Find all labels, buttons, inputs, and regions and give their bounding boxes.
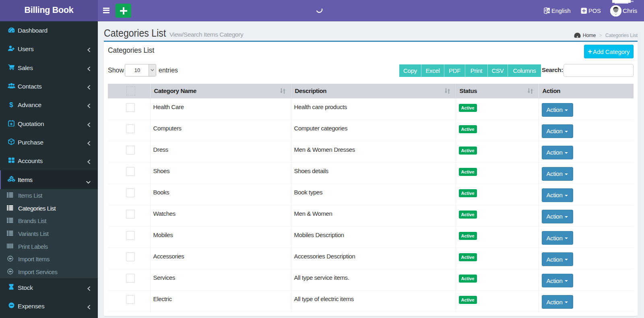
svg-text:A: A	[547, 9, 550, 13]
